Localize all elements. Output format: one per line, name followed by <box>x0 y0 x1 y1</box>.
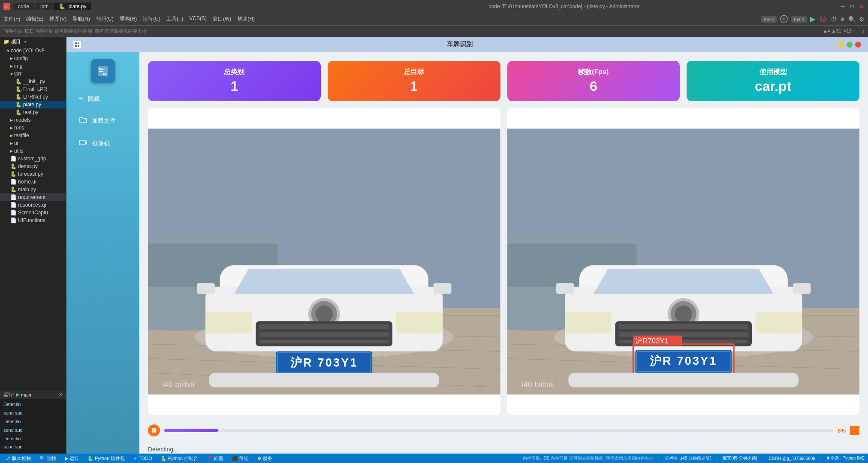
tree-ui[interactable]: ▸ ui <box>0 139 66 147</box>
screen-icon: 📄 <box>10 210 17 216</box>
problems-label: 问题 <box>214 455 223 462</box>
tree-lprnet[interactable]: 🐍 LPRNet.py <box>0 93 66 101</box>
original-car-svg: 沪R 703Y1 i40 bilibili <box>148 108 500 415</box>
run-config[interactable]: main <box>791 16 807 23</box>
menu-code[interactable]: 代码(C) <box>96 15 114 23</box>
status-problems[interactable]: ❓ 问题 <box>205 455 225 462</box>
stat-fps-value: 6 <box>590 78 597 94</box>
tab-lprr[interactable]: lprr <box>35 3 53 10</box>
tree-uifunc-label: UIFunctions <box>18 217 45 223</box>
branch-indicator[interactable]: main <box>761 16 777 23</box>
tree-demo[interactable]: 🐍 demo.py <box>0 162 66 170</box>
tree-utils[interactable]: ▸ utils <box>0 147 66 155</box>
status-services[interactable]: ⚙ 服务 <box>256 455 274 462</box>
tree-models[interactable]: ▸ models <box>0 116 66 124</box>
tree-root[interactable]: ▾ code [YOLOv8- <box>0 47 66 54</box>
tab-plate[interactable]: 🐍 plate.py <box>54 3 91 10</box>
svg-rect-73 <box>568 373 798 388</box>
maximize-button[interactable]: □ <box>849 3 855 9</box>
tree-test[interactable]: 🐍 test.py <box>0 108 66 116</box>
stat-fps-label: 帧数(Fps) <box>578 68 609 77</box>
tree-screen[interactable]: 📄 ScreenCaptu <box>0 209 66 216</box>
tree-custom-label: custom_grip <box>18 156 46 162</box>
menu-help[interactable]: 帮助(H) <box>237 15 255 23</box>
sidebar-header: 📁 项目 ▾ <box>0 37 66 47</box>
search-everywhere-btn[interactable]: 🔍 <box>848 16 856 23</box>
tree-testfile[interactable]: ▸ testfile <box>0 132 66 139</box>
grid-view-btn[interactable] <box>73 41 81 48</box>
run-close-btn[interactable]: ✕ <box>59 392 63 397</box>
menu-view[interactable]: 视图(V) <box>49 15 66 23</box>
terminal-icon: ⬛ <box>232 456 238 461</box>
menu-tools[interactable]: 工具(T) <box>166 15 183 23</box>
debug-btn[interactable]: 🐞 <box>819 15 827 23</box>
settings-btn[interactable]: ⚙ <box>859 16 865 23</box>
images-row: 沪R 703Y1 i40 bilibili <box>148 108 859 415</box>
tree-config[interactable]: ▸ config <box>0 54 66 62</box>
menu-bar: 文件(F) 编辑(E) 视图(V) 导航(N) 代码(C) 重构(R) 运行(U… <box>3 15 255 23</box>
scroll-up-btn[interactable]: ↑ <box>862 29 865 34</box>
status-python-pkg[interactable]: 🐍 Python 软件包 <box>86 455 127 462</box>
python-console-icon: 🐍 <box>161 456 167 461</box>
status-vcs[interactable]: ⎇ 版本控制 <box>3 455 33 462</box>
app-icon: A <box>3 3 10 10</box>
tree-req[interactable]: 📄 requirement <box>0 193 66 201</box>
app-minimize-btn[interactable] <box>838 42 844 48</box>
status-run[interactable]: ▶ 运行 <box>63 455 81 462</box>
run-arrow: ▶ <box>16 392 19 397</box>
svg-rect-6 <box>78 42 79 44</box>
status-todo[interactable]: ✓ TODO <box>132 456 154 461</box>
minimize-button[interactable]: ─ <box>840 3 846 9</box>
svg-text:i40 bilibili: i40 bilibili <box>163 380 195 389</box>
config-folder-icon: ▸ <box>10 55 13 61</box>
tree-uifunc[interactable]: 📄 UIFunctions <box>0 216 66 224</box>
nav-camera[interactable]: 摄像机 <box>73 134 133 153</box>
app-title: 车牌识别 <box>81 40 838 48</box>
pause-button[interactable] <box>148 424 160 436</box>
menu-vcs[interactable]: VCS(S) <box>189 15 207 23</box>
tree-init[interactable]: 🐍 __init_.py <box>0 78 66 85</box>
stop-button[interactable] <box>850 426 859 435</box>
svg-text:沪R703Y1: 沪R703Y1 <box>635 337 669 345</box>
menu-file[interactable]: 文件(F) <box>3 15 20 23</box>
nav-hide-label: 隐藏 <box>88 95 100 103</box>
tree-ui-label: ui <box>14 140 18 146</box>
run-line-4: send suc <box>3 426 63 435</box>
app-close-btn[interactable] <box>855 42 861 48</box>
notification-text: 内存不足: IDE 内存不足 这可能会影响性能. 请考虑增加虚拟内存大小 <box>3 28 147 34</box>
close-button[interactable]: ✕ <box>859 3 865 9</box>
tree-main[interactable]: 🐍 main.py <box>0 186 66 193</box>
svg-rect-35 <box>259 332 389 337</box>
status-python-console[interactable]: 🐍 Python 控制台 <box>159 455 200 462</box>
tree-forecast[interactable]: 🐍 forecast.py <box>0 170 66 178</box>
run-line-3: Detectin <box>3 418 63 426</box>
svg-rect-15 <box>79 140 85 145</box>
status-search[interactable]: 🔍 查找 <box>38 455 58 462</box>
tree-img[interactable]: ▸ img <box>0 62 66 70</box>
status-terminal[interactable]: ⬛ 终端 <box>230 455 250 462</box>
run-btn[interactable]: ▶ <box>810 15 815 23</box>
menu-window[interactable]: 窗口(W) <box>213 15 231 23</box>
nav-hide[interactable]: ≡ 隐藏 <box>73 90 133 108</box>
app-maximize-btn[interactable] <box>847 42 853 48</box>
profile-btn[interactable]: ⏱ <box>831 16 837 23</box>
nav-load-file[interactable]: 加载文件 <box>73 111 133 130</box>
progress-bar[interactable] <box>164 429 833 432</box>
menu-edit[interactable]: 编辑(E) <box>26 15 43 23</box>
tab-code[interactable]: code <box>13 3 34 10</box>
tree-final[interactable]: 🐍 Final_LPR <box>0 85 66 93</box>
tree-resources[interactable]: 📄 resources.qr <box>0 201 66 209</box>
tree-custom[interactable]: 📄 custom_grip <box>0 155 66 162</box>
run-script-name: main <box>21 392 31 397</box>
menu-refactor[interactable]: 重构(R) <box>120 15 137 23</box>
tree-lprr[interactable]: ▾ lprr <box>0 70 66 78</box>
coverage-btn[interactable]: ⊕ <box>840 16 845 22</box>
tree-home[interactable]: 📄 home.ui <box>0 178 66 186</box>
tree-plate[interactable]: 🐍 plate.py <box>0 101 66 108</box>
menu-run[interactable]: 运行(U) <box>143 15 160 23</box>
tree-runs[interactable]: ▸ runs <box>0 124 66 132</box>
project-chevron[interactable]: ▾ <box>24 39 27 45</box>
detected-car-svg: 沪R703Y1 沪R 703Y1 i40 bilibili <box>507 108 860 415</box>
camera-icon <box>79 138 87 149</box>
menu-navigate[interactable]: 导航(N) <box>72 15 90 23</box>
